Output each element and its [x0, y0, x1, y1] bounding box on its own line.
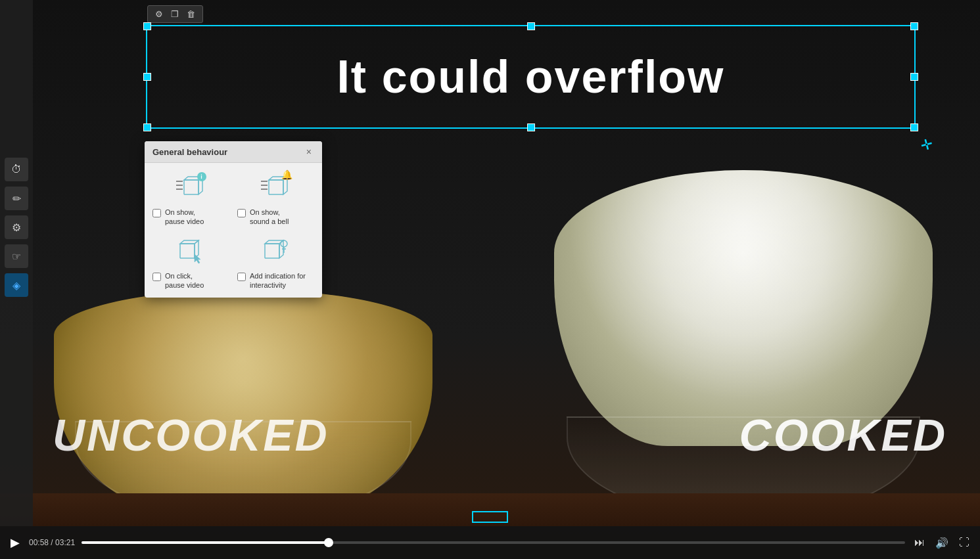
- controls-right: ⏭ 🔊 ⛶: [912, 534, 972, 552]
- skip-forward-button[interactable]: ⏭: [912, 534, 927, 551]
- on-click-pause-checkbox[interactable]: [152, 273, 161, 281]
- on-show-pause-text: On show,pause video: [165, 208, 204, 227]
- handle-tl[interactable]: [143, 22, 151, 30]
- fullscreen-icon: ⛶: [959, 537, 969, 548]
- duplicate-button[interactable]: ❐: [168, 8, 182, 20]
- modal-header: General behaviour ×: [145, 141, 322, 163]
- cube-finger-icon: [260, 235, 292, 267]
- cooked-label: COOKED: [739, 409, 947, 460]
- modal-title: General behaviour: [152, 147, 227, 157]
- sidebar-btn-gear[interactable]: ⚙: [5, 215, 28, 239]
- play-button[interactable]: ▶: [8, 533, 22, 552]
- sidebar-btn-cursor[interactable]: ☞: [5, 244, 28, 268]
- on-show-bell-text: On show,sound a bell: [250, 208, 289, 227]
- skip-forward-icon: ⏭: [914, 537, 925, 548]
- fullscreen-button[interactable]: ⛶: [956, 534, 972, 551]
- sidebar-btn-pen[interactable]: ✏: [5, 187, 28, 210]
- left-sidebar: ⏱ ✏ ⚙ ☞ ◈: [0, 0, 33, 559]
- progress-fill: [82, 541, 329, 544]
- slide-title: It could overflow: [147, 26, 914, 127]
- delete-button[interactable]: 🗑: [183, 8, 198, 20]
- progress-thumb[interactable]: [324, 538, 333, 547]
- on-show-pause-icon: i: [175, 171, 208, 204]
- svg-rect-16: [265, 244, 279, 258]
- on-show-pause-checkbox[interactable]: [152, 209, 161, 217]
- sidebar-btn-layers[interactable]: ◈: [5, 273, 28, 297]
- add-indication-checkbox[interactable]: [237, 273, 246, 281]
- modal-body: i On show,pause video: [145, 163, 322, 298]
- volume-button[interactable]: 🔊: [933, 534, 951, 552]
- on-click-pause-label: On click,pause video: [152, 271, 229, 290]
- add-indication-text: Add indication forinteractivity: [250, 271, 306, 290]
- handle-tc[interactable]: [527, 22, 535, 30]
- modal-close-button[interactable]: ×: [304, 146, 314, 157]
- sidebar-btn-clock[interactable]: ⏱: [5, 158, 28, 181]
- on-show-pause-label: On show,pause video: [152, 208, 229, 227]
- behaviour-item-on-show-pause: i On show,pause video: [152, 171, 229, 227]
- element-toolbar: ⚙ ❐ 🗑: [147, 5, 203, 23]
- progress-bar[interactable]: [82, 541, 905, 544]
- on-show-bell-checkbox[interactable]: [237, 209, 246, 217]
- clock-icon: ⏱: [11, 164, 22, 175]
- gear-icon: ⚙: [12, 221, 21, 234]
- cursor-icon: ☞: [12, 250, 21, 263]
- handle-mr[interactable]: [910, 73, 918, 81]
- bowl-right: [533, 152, 954, 520]
- behaviour-item-on-show-bell: 🔔 On show,sound a bell: [237, 171, 314, 227]
- general-behaviour-modal: General behaviour ×: [145, 141, 322, 298]
- svg-point-19: [281, 240, 287, 247]
- svg-rect-12: [180, 244, 195, 258]
- handle-tr[interactable]: [910, 22, 918, 30]
- uncooked-label: UNCOOKED: [53, 409, 329, 460]
- handle-br[interactable]: [910, 123, 918, 131]
- handle-bc[interactable]: [527, 123, 535, 131]
- on-show-bell-label: On show,sound a bell: [237, 208, 314, 227]
- svg-rect-3: [184, 180, 198, 194]
- handle-ml[interactable]: [143, 73, 151, 81]
- cube-cursor-icon: [175, 235, 208, 267]
- pen-icon: ✏: [12, 192, 21, 205]
- on-click-pause-text: On click,pause video: [165, 271, 204, 290]
- behaviour-item-add-indication: Add indication forinteractivity: [237, 235, 314, 290]
- svg-rect-9: [269, 180, 283, 194]
- bottom-element-handle[interactable]: [472, 511, 508, 523]
- on-show-bell-icon: 🔔: [260, 171, 292, 204]
- add-indication-icon: [260, 235, 292, 267]
- volume-icon: 🔊: [935, 537, 948, 548]
- video-controls-bar: ▶ 00:58 / 03:21 ⏭ 🔊 ⛶: [0, 526, 980, 559]
- behaviour-item-on-click-pause: On click,pause video: [152, 235, 229, 290]
- selected-text-element[interactable]: ⚙ ❐ 🗑 It could overflow ✛: [146, 25, 916, 129]
- bell-badge: 🔔: [281, 169, 292, 180]
- handle-bl[interactable]: [143, 123, 151, 131]
- info-badge-on-show-pause: i: [197, 172, 206, 181]
- add-indication-label: Add indication forinteractivity: [237, 271, 314, 290]
- on-click-pause-icon: [175, 235, 208, 267]
- video-container: UNCOOKED COOKED ⚙ ❐ 🗑 It could overflow …: [0, 0, 980, 559]
- settings-button[interactable]: ⚙: [152, 8, 166, 20]
- layers-icon: ◈: [12, 279, 20, 292]
- time-display: 00:58 / 03:21: [29, 538, 75, 547]
